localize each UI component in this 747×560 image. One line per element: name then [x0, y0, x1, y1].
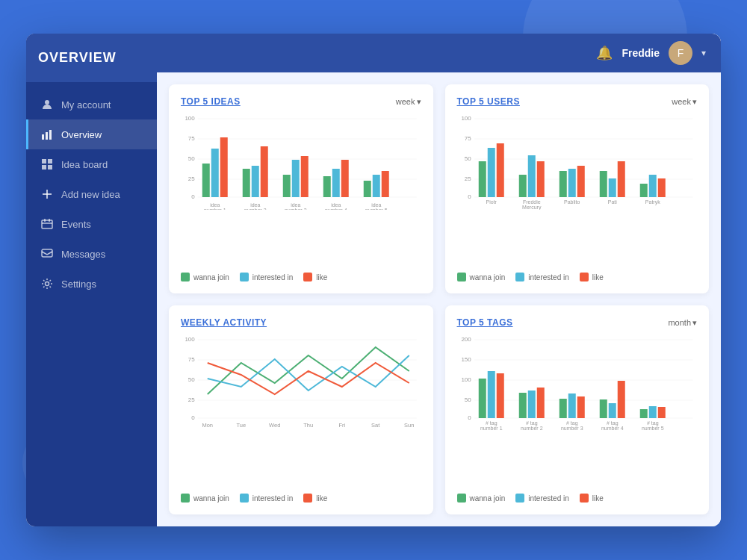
gear-icon: [40, 277, 54, 290]
svg-rect-5: [48, 159, 52, 164]
svg-text:75: 75: [464, 135, 471, 142]
svg-rect-38: [364, 181, 371, 197]
svg-text:50: 50: [188, 155, 195, 162]
app-title: OVERVIEW: [26, 34, 157, 82]
chart-body-top5ideas: 100 75 50 25 0: [181, 113, 421, 267]
sidebar-item-overview[interactable]: Overview: [26, 119, 157, 149]
svg-rect-28: [220, 137, 228, 197]
chart-top5users: TOP 5 USERS week ▾ 100 75 50 25 0: [445, 84, 710, 293]
svg-text:0: 0: [468, 414, 471, 421]
legend-like-weekly: like: [303, 494, 327, 503]
sidebar-label-add-new-idea: Add new idea: [61, 189, 120, 200]
chart-icon: [40, 128, 54, 141]
chart-top5ideas: TOP 5 IDEAS week ▾ 100 75 50 25 0: [169, 84, 433, 293]
username-label: Freddie: [622, 47, 660, 59]
svg-rect-113: [527, 391, 535, 418]
legend-wanna-join: wanna join: [181, 273, 229, 281]
svg-text:idea: idea: [331, 202, 341, 208]
svg-rect-64: [518, 175, 526, 197]
svg-rect-4: [42, 159, 46, 164]
legend-interested-tags: interested in: [515, 494, 568, 503]
svg-text:25: 25: [188, 175, 195, 182]
legend-wanna-join-tags: wanna join: [457, 494, 506, 503]
svg-rect-121: [639, 409, 647, 418]
svg-rect-29: [243, 169, 250, 197]
svg-text:Sun: Sun: [404, 422, 414, 429]
svg-rect-111: [496, 373, 503, 418]
legend-interested-in: interested in: [240, 273, 293, 281]
svg-rect-70: [599, 171, 607, 197]
filter-top5users[interactable]: week ▾: [672, 97, 697, 107]
chart-header-top5tags: TOP 5 TAGS month ▾: [457, 317, 698, 328]
legend-interested-users: interested in: [515, 273, 568, 281]
svg-rect-112: [518, 393, 526, 418]
sidebar-item-events[interactable]: Events: [26, 209, 157, 239]
legend-label-interested-in: interested in: [252, 273, 293, 281]
sidebar-item-idea-board[interactable]: Idea board: [26, 149, 157, 179]
svg-rect-36: [332, 169, 340, 197]
svg-text:number 5: number 5: [641, 426, 663, 431]
sidebar-label-settings: Settings: [61, 279, 96, 290]
svg-text:50: 50: [464, 396, 471, 403]
svg-rect-109: [478, 379, 486, 418]
legend-wanna-join-users: wanna join: [457, 273, 506, 281]
legend-like-users: like: [580, 273, 604, 281]
avatar[interactable]: F: [669, 41, 692, 65]
svg-rect-1: [42, 134, 44, 140]
svg-rect-118: [599, 399, 607, 418]
svg-text:50: 50: [464, 155, 471, 162]
svg-text:number 3: number 3: [285, 208, 307, 210]
svg-text:number 4: number 4: [325, 208, 347, 210]
svg-rect-27: [211, 149, 219, 197]
svg-text:Thu: Thu: [303, 422, 313, 429]
filter-top5ideas[interactable]: week ▾: [396, 97, 421, 107]
svg-rect-75: [657, 178, 665, 197]
svg-rect-65: [527, 155, 535, 197]
svg-rect-67: [559, 171, 566, 197]
chart-title-top5tags: TOP 5 TAGS: [457, 317, 513, 328]
legend-interested-weekly: interested in: [240, 494, 293, 503]
chevron-down-icon[interactable]: ▾: [701, 48, 706, 58]
svg-text:100: 100: [461, 115, 471, 122]
charts-grid: TOP 5 IDEAS week ▾ 100 75 50 25 0: [157, 72, 721, 526]
calendar-icon: [40, 217, 54, 231]
svg-rect-3: [49, 130, 52, 140]
svg-rect-66: [536, 161, 544, 197]
svg-text:number 5: number 5: [365, 208, 388, 210]
svg-text:50: 50: [188, 376, 195, 383]
chart-body-top5tags: 200 150 100 50 0: [457, 334, 698, 488]
chart-header-top5users: TOP 5 USERS week ▾: [457, 96, 698, 107]
sidebar: OVERVIEW My account: [26, 34, 157, 526]
svg-rect-69: [577, 166, 584, 197]
svg-text:number 1: number 1: [204, 208, 226, 210]
notification-bell-icon[interactable]: 🔔: [596, 45, 613, 61]
chart-top5tags: TOP 5 TAGS month ▾ 200 150 100 50 0: [445, 305, 710, 514]
svg-text:number 2: number 2: [244, 208, 267, 210]
svg-rect-2: [46, 132, 48, 140]
svg-text:Pablito: Pablito: [564, 199, 580, 205]
svg-rect-37: [341, 160, 349, 197]
sidebar-item-messages[interactable]: Messages: [26, 239, 157, 269]
svg-text:0: 0: [191, 414, 195, 421]
legend-top5ideas: wanna join interested in like: [181, 273, 421, 281]
filter-top5tags[interactable]: month ▾: [668, 318, 697, 328]
svg-text:number 3: number 3: [560, 426, 583, 431]
sidebar-label-idea-board: Idea board: [61, 159, 108, 170]
svg-text:75: 75: [188, 135, 195, 142]
svg-text:Mon: Mon: [202, 422, 213, 429]
sidebar-item-add-new-idea[interactable]: Add new idea: [26, 179, 157, 209]
svg-rect-6: [42, 165, 46, 169]
svg-rect-110: [487, 371, 495, 418]
svg-text:Freddie: Freddie: [522, 199, 540, 205]
sidebar-item-settings[interactable]: Settings: [26, 269, 157, 299]
legend-wanna-join-weekly: wanna join: [181, 494, 229, 503]
svg-text:Tue: Tue: [236, 422, 246, 429]
message-icon: [40, 247, 54, 261]
sidebar-item-my-account[interactable]: My account: [26, 90, 157, 119]
svg-rect-123: [657, 407, 665, 418]
sidebar-label-events: Events: [61, 219, 91, 230]
svg-rect-71: [608, 178, 616, 197]
svg-text:Mercury: Mercury: [522, 205, 542, 210]
svg-rect-72: [617, 161, 624, 197]
chart-body-top5users: 100 75 50 25 0: [457, 113, 698, 267]
